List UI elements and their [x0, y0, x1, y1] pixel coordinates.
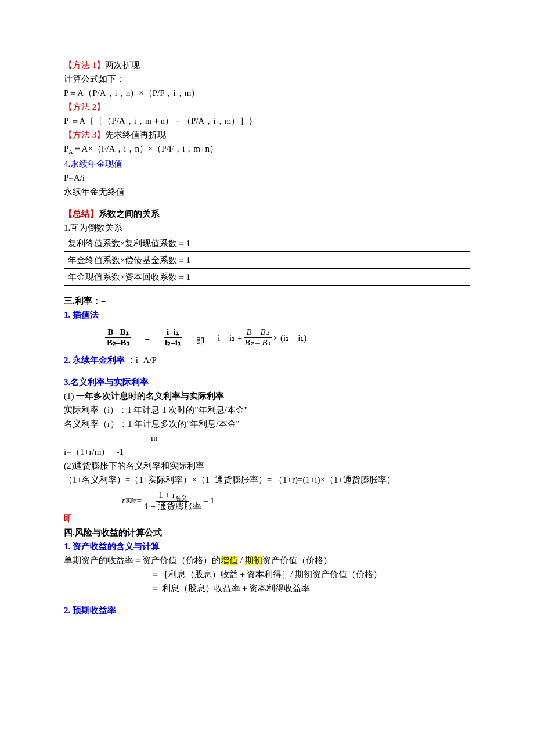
nominal-title: 3.名义利率与实际利率 [64, 375, 470, 389]
risk-line1-post: 资产价值（价格） [262, 556, 332, 565]
method1-line: 【方法 1】两次折现 [64, 58, 470, 72]
summary-text: 系数之间的关系 [99, 209, 160, 218]
risk-line1: 单期资产的收益率＝资产价值（价格）的增值 / 期初资产价值（价格） [64, 553, 470, 567]
risk-item1: 1. 资产收益的含义与计算 [64, 539, 470, 553]
perpetuity-title: 4.永续年金现值 [64, 157, 470, 171]
nom-rate-def: 名义利率（r）：1 年计息多次的"年利息/本金" [64, 417, 470, 431]
rate-heading: 三.利率：= [64, 294, 470, 308]
perp-rate-val: i=A/P [136, 355, 157, 365]
risk-line3: ＝ 利息（股息）收益率＋资本利得收益率 [64, 581, 470, 595]
formula3-rest: ＝A×（F/A，i，n）×（P/F，i，m+n） [73, 144, 218, 153]
method2-label: 【方法 2】 [64, 102, 105, 111]
interp-frac-right: i–i₁ i₂–i₁ [163, 327, 183, 348]
nominal-item1: (1) 一年多次计息时的名义利率与实际利率 [64, 389, 470, 403]
summary-item1: 1.互为倒数关系 [64, 221, 470, 235]
inflation-eq: = [137, 494, 142, 507]
method3-text: 先求终值再折现 [105, 130, 166, 139]
table-row: 复利终值系数×复利现值系数＝1 [64, 235, 470, 252]
interp-result-pre: i = i₁ + [218, 331, 243, 345]
interpolation-formula: B –B₁ B₂–B₁ = i–i₁ i₂–i₁ 即 i = i₁ + B – … [64, 327, 470, 348]
interp-right-num: i–i₁ [164, 327, 182, 338]
inflation-den: 1 + 通货膨胀率 [142, 502, 203, 512]
interp-result: i = i₁ + B – B₁ B₂ – B₁ × (i₂ – i₁) [218, 327, 306, 348]
inflation-num-sub: 名义 [175, 495, 187, 501]
interp-eq: = [145, 333, 150, 348]
conv-formula: i=（1+r/m） -1 [64, 445, 470, 459]
inflation-line: （1+名义利率）=（1+实际利率）×（1+通货膨胀率）= （1+r)=(1+i)… [64, 473, 470, 487]
perpetuity-note: 永续年金无终值 [64, 185, 470, 199]
perp-rate-title: 2. 永续年金利率 ： [64, 355, 136, 365]
method1-text: 两次折现 [105, 60, 140, 70]
inflation-r-sub: 实际 [125, 496, 137, 505]
table-row: 年金终值系数×偿债基金系数＝1 [64, 252, 470, 269]
nominal-item1-text: 一年多次计息时的名义利率与实际利率 [76, 391, 224, 401]
method3-line: 【方法 3】先求终值再折现 [64, 128, 470, 142]
interp-left-num: B –B₁ [105, 327, 131, 338]
method2-line: 【方法 2】 [64, 100, 470, 114]
interp-result-frac: B – B₁ B₂ – B₁ [242, 327, 273, 348]
interp-result-post: × (i₂ – i₁) [273, 331, 307, 345]
formula2: P ＝A｛［（P/A，i，m＋n）－（P/A，i，m）］｝ [64, 114, 470, 128]
risk-line1-hl1: 增值 [221, 556, 238, 565]
interp-result-den: B₂ – B₁ [242, 338, 273, 348]
risk-item2: 2. 预期收益率 [64, 603, 470, 617]
formula1: P＝A（P/A，i，n）×（P/F，i，m） [64, 86, 470, 100]
inflation-formula: r实际 = 1 + r名义 1 + 通货膨胀率 – 1 [64, 490, 470, 512]
real-rate-def: 实际利率（i）：1 年计息 1 次时的"年利息/本金" [64, 403, 470, 417]
method3-label: 【方法 3】 [64, 130, 105, 139]
inflation-num: 1 + r名义 [156, 490, 189, 502]
perp-rate-line: 2. 永续年金利率 ：i=A/P [64, 353, 470, 367]
interp-result-num: B – B₁ [244, 327, 271, 338]
table-row: 年金现值系数×资本回收系数＝1 [64, 269, 470, 286]
summary-heading: 【总结】系数之间的关系 [64, 207, 470, 221]
coefficients-table: 复利终值系数×复利现值系数＝1 年金终值系数×偿债基金系数＝1 年金现值系数×资… [64, 235, 470, 286]
inflation-frac: 1 + r名义 1 + 通货膨胀率 [142, 490, 203, 512]
calc-label: 计算公式如下： [64, 72, 470, 86]
risk-line2: ＝［利息（股息）收益＋资本利得］/ 期初资产价值（价格） [64, 567, 470, 581]
inflation-post: – 1 [204, 494, 215, 507]
interp-left-den: B₂–B₁ [104, 338, 132, 348]
inflation-num-pre: 1 + r [158, 490, 175, 499]
risk-line1-mid: / [238, 556, 245, 565]
interpolation-title: 1. 插值法 [64, 308, 470, 322]
summary-bracket: 【总结】 [64, 209, 99, 218]
nominal-item1-pre: (1) [64, 391, 76, 401]
formula3: PA＝A×（F/A，i，n）×（P/F，i，m+n） [64, 142, 470, 157]
formula3-sub: A [68, 149, 73, 155]
perpetuity-formula: P=A/i [64, 171, 470, 185]
method1-label: 【方法 1】 [64, 60, 105, 70]
interp-right-den: i₂–i₁ [163, 338, 183, 348]
m-exponent: m [64, 431, 470, 445]
inflation-title: (2)通货膨胀下的名义利率和实际利率 [64, 459, 470, 473]
risk-line1-hl2: 期初 [245, 556, 262, 565]
interp-ji: 即 [196, 334, 205, 348]
inflation-ji: 即 [64, 512, 470, 525]
risk-heading: 四.风险与收益的计算公式 [64, 525, 470, 539]
interp-frac-left: B –B₁ B₂–B₁ [104, 327, 132, 348]
risk-line1-pre: 单期资产的收益率＝资产价值（价格）的 [64, 556, 221, 565]
